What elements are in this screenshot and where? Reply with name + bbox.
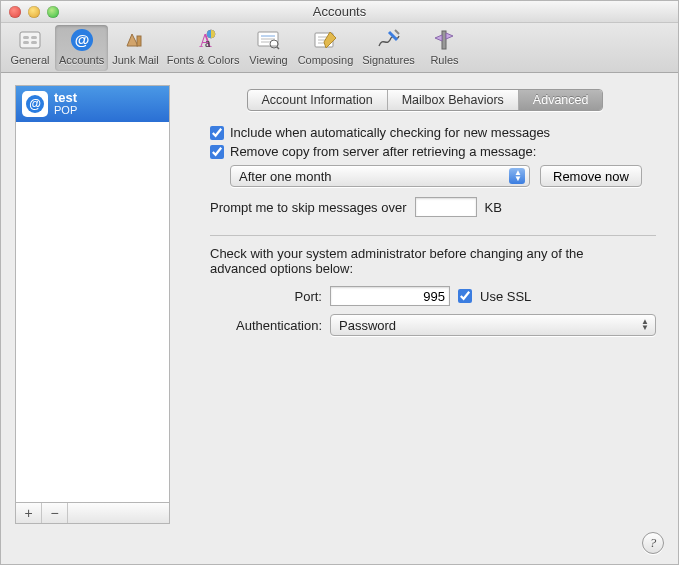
minimize-button[interactable] (28, 6, 40, 18)
window-title: Accounts (1, 4, 678, 19)
toolbar-item-signatures[interactable]: Signatures (357, 25, 419, 71)
svg-text:@: @ (74, 31, 89, 48)
toolbar-item-label: Viewing (249, 54, 287, 66)
port-label: Port: (210, 289, 322, 304)
toolbar-item-composing[interactable]: Composing (293, 25, 357, 71)
tab-segmented-control: Account Information Mailbox Behaviors Ad… (247, 89, 604, 111)
remove-copy-interval-value: After one month (239, 169, 332, 184)
toolbar: General @ Accounts Junk Mail Aa Fonts & … (1, 23, 678, 73)
port-input[interactable] (330, 286, 450, 306)
remove-copy-row: Remove copy from server after retrieving… (210, 144, 656, 159)
accounts-list[interactable]: @ test POP (15, 85, 170, 502)
toolbar-item-rules[interactable]: Rules (419, 25, 469, 71)
divider (210, 235, 656, 236)
authentication-select[interactable]: Password ▲▼ (330, 314, 656, 336)
help-icon: ? (650, 535, 657, 551)
skip-messages-row: Prompt me to skip messages over KB (210, 197, 656, 217)
toolbar-item-label: Accounts (59, 54, 104, 66)
switches-icon (16, 27, 44, 53)
authentication-label: Authentication: (210, 318, 322, 333)
toolbar-item-junk-mail[interactable]: Junk Mail (108, 25, 162, 71)
content-area: @ test POP + − Account Information Mailb… (1, 73, 678, 534)
remove-copy-options-row: After one month ▲▼ Remove now (230, 165, 656, 187)
toolbar-item-viewing[interactable]: Viewing (243, 25, 293, 71)
svg-rect-7 (137, 36, 141, 46)
skip-messages-label: Prompt me to skip messages over (210, 200, 407, 215)
junk-icon (121, 27, 149, 53)
svg-text:@: @ (29, 97, 41, 111)
include-checking-row: Include when automatically checking for … (210, 125, 656, 140)
admin-note: Check with your system administrator bef… (210, 246, 656, 276)
svg-rect-2 (31, 36, 37, 39)
toolbar-item-fonts-colors[interactable]: Aa Fonts & Colors (163, 25, 244, 71)
toolbar-item-label: Composing (298, 54, 354, 66)
use-ssl-label: Use SSL (480, 289, 531, 304)
account-type: POP (54, 104, 77, 117)
tab-advanced[interactable]: Advanced (519, 90, 603, 110)
fonts-icon: Aa (189, 27, 217, 53)
updown-icon: ▲▼ (514, 170, 522, 182)
add-account-button[interactable]: + (16, 503, 42, 523)
toolbar-item-accounts[interactable]: @ Accounts (55, 25, 108, 71)
account-row-selected[interactable]: @ test POP (16, 86, 169, 122)
svg-rect-1 (23, 36, 29, 39)
remove-copy-label: Remove copy from server after retrieving… (230, 144, 536, 159)
titlebar[interactable]: Accounts (1, 1, 678, 23)
toolbar-item-label: Signatures (362, 54, 415, 66)
include-checking-label: Include when automatically checking for … (230, 125, 550, 140)
remove-copy-checkbox[interactable] (210, 145, 224, 159)
remove-copy-interval-select[interactable]: After one month ▲▼ (230, 165, 530, 187)
authentication-value: Password (339, 318, 396, 333)
composing-icon (311, 27, 339, 53)
toolbar-item-general[interactable]: General (5, 25, 55, 71)
tab-mailbox-behaviors[interactable]: Mailbox Behaviors (388, 90, 519, 110)
svg-rect-21 (442, 31, 446, 49)
sidebar-footer: + − (15, 502, 170, 524)
zoom-button[interactable] (47, 6, 59, 18)
tab-bar: Account Information Mailbox Behaviors Ad… (186, 89, 664, 111)
toolbar-item-label: Fonts & Colors (167, 54, 240, 66)
include-checking-checkbox[interactable] (210, 126, 224, 140)
remove-account-button[interactable]: − (42, 503, 68, 523)
toolbar-item-label: Rules (430, 54, 458, 66)
svg-rect-0 (20, 32, 40, 48)
svg-rect-4 (31, 41, 37, 44)
advanced-form: Include when automatically checking for … (186, 111, 664, 344)
skip-units-label: KB (485, 200, 502, 215)
close-button[interactable] (9, 6, 21, 18)
svg-rect-3 (23, 41, 29, 44)
at-icon: @ (22, 91, 48, 117)
at-icon: @ (68, 27, 96, 53)
settings-pane: Account Information Mailbox Behaviors Ad… (186, 85, 664, 524)
rules-icon (430, 27, 458, 53)
remove-now-button[interactable]: Remove now (540, 165, 642, 187)
accounts-sidebar: @ test POP + − (15, 85, 170, 524)
port-row: Port: Use SSL (210, 286, 656, 306)
preferences-window: Accounts General @ Accounts Junk Mail Aa… (0, 0, 679, 565)
use-ssl-checkbox[interactable] (458, 289, 472, 303)
skip-size-input[interactable] (415, 197, 477, 217)
viewing-icon (254, 27, 282, 53)
account-name: test (54, 91, 77, 104)
signature-icon (374, 27, 402, 53)
window-controls (9, 6, 59, 18)
svg-line-16 (277, 47, 279, 49)
toolbar-item-label: Junk Mail (112, 54, 158, 66)
updown-icon: ▲▼ (641, 319, 649, 331)
toolbar-item-label: General (10, 54, 49, 66)
help-button[interactable]: ? (642, 532, 664, 554)
authentication-row: Authentication: Password ▲▼ (210, 314, 656, 336)
tab-account-information[interactable]: Account Information (248, 90, 388, 110)
